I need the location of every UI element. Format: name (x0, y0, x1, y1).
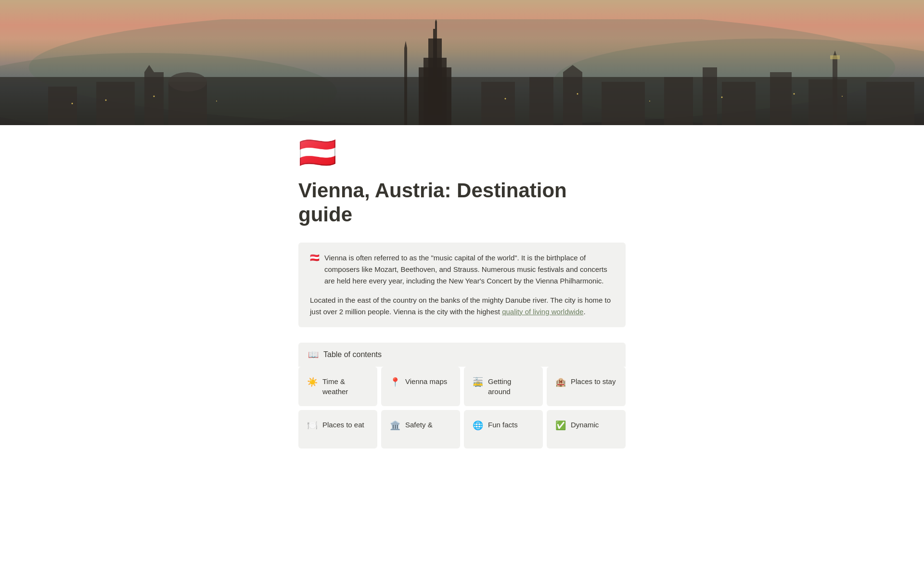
card-label-2: Getting around (488, 376, 534, 397)
card-icon-3: 🏨 (555, 377, 566, 387)
svg-rect-13 (144, 72, 164, 125)
page-title: Vienna, Austria: Destination guide (298, 179, 626, 227)
info-paragraph-2: Located in the east of the country on th… (310, 295, 614, 318)
svg-point-16 (168, 72, 207, 91)
svg-rect-9 (404, 48, 407, 125)
svg-rect-12 (96, 82, 135, 125)
card-icon-0: ☀️ (307, 377, 318, 387)
svg-point-31 (72, 103, 73, 104)
toc-label: Table of contents (323, 350, 382, 359)
card-label-0: Time & weather (322, 376, 369, 397)
svg-point-33 (154, 96, 155, 97)
card-label-r2-3: Dynamic (571, 420, 599, 430)
toc-card-row2-1[interactable]: 🏛️ Safety & (381, 410, 460, 449)
toc-card-row2-2[interactable]: 🌐 Fun facts (464, 410, 543, 449)
card-label-3: Places to stay (571, 376, 616, 386)
hero-banner (0, 0, 924, 125)
card-icon-r2-2: 🌐 (473, 420, 483, 431)
toc-card-row1-0[interactable]: ☀️ Time & weather (298, 367, 377, 406)
svg-rect-21 (602, 82, 645, 125)
toc-section: 📖 Table of contents ☀️ Time & weather 📍 … (298, 343, 626, 449)
card-icon-r2-1: 🏛️ (390, 420, 400, 431)
card-label-r2-1: Safety & (405, 420, 433, 430)
card-icon-2: 🚋 (473, 377, 483, 387)
toc-card-row1-1[interactable]: 📍 Vienna maps (381, 367, 460, 406)
info-flag-icon: 🇦🇹 (310, 253, 320, 262)
svg-rect-30 (830, 55, 840, 59)
svg-rect-19 (563, 72, 582, 125)
info-paragraph-2-after: . (583, 308, 585, 316)
svg-point-38 (721, 97, 723, 98)
svg-rect-22 (664, 77, 693, 125)
svg-rect-17 (481, 82, 515, 125)
info-box: 🇦🇹 Vienna is often referred to as the "m… (298, 243, 626, 327)
toc-cards-row-2: 🍽️ Places to eat 🏛️ Safety & 🌐 Fun facts… (298, 410, 626, 449)
card-icon-r2-0: 🍽️ (307, 420, 318, 431)
info-paragraph-1: Vienna is often referred to as the "musi… (324, 252, 614, 287)
svg-point-34 (216, 101, 217, 102)
svg-rect-27 (866, 82, 914, 125)
toc-icon: 📖 (308, 349, 319, 360)
toc-card-row1-3[interactable]: 🏨 Places to stay (547, 367, 626, 406)
svg-rect-28 (833, 58, 837, 125)
toc-card-row2-0[interactable]: 🍽️ Places to eat (298, 410, 377, 449)
svg-rect-26 (808, 79, 847, 125)
svg-rect-23 (703, 67, 717, 125)
svg-point-32 (105, 100, 107, 101)
toc-header: 📖 Table of contents (298, 343, 626, 367)
svg-point-39 (794, 93, 795, 95)
svg-point-35 (505, 98, 506, 100)
card-label-r2-2: Fun facts (488, 420, 518, 430)
svg-rect-24 (722, 82, 756, 125)
svg-rect-11 (48, 87, 77, 125)
svg-point-36 (577, 93, 578, 95)
svg-rect-25 (770, 72, 792, 125)
svg-point-37 (649, 101, 650, 102)
card-label-r2-0: Places to eat (322, 420, 364, 430)
svg-rect-7 (419, 67, 451, 125)
card-icon-r2-3: ✅ (555, 420, 566, 431)
toc-cards-row-1: ☀️ Time & weather 📍 Vienna maps 🚋 Gettin… (298, 367, 626, 406)
svg-point-40 (842, 96, 843, 97)
svg-rect-18 (529, 77, 553, 125)
toc-card-row2-3[interactable]: ✅ Dynamic (547, 410, 626, 449)
quality-of-living-link[interactable]: quality of living worldwide (502, 308, 583, 316)
card-label-1: Vienna maps (405, 376, 447, 386)
flag-emoji: 🇦🇹 (298, 135, 626, 171)
toc-card-row1-2[interactable]: 🚋 Getting around (464, 367, 543, 406)
card-icon-1: 📍 (390, 377, 400, 387)
